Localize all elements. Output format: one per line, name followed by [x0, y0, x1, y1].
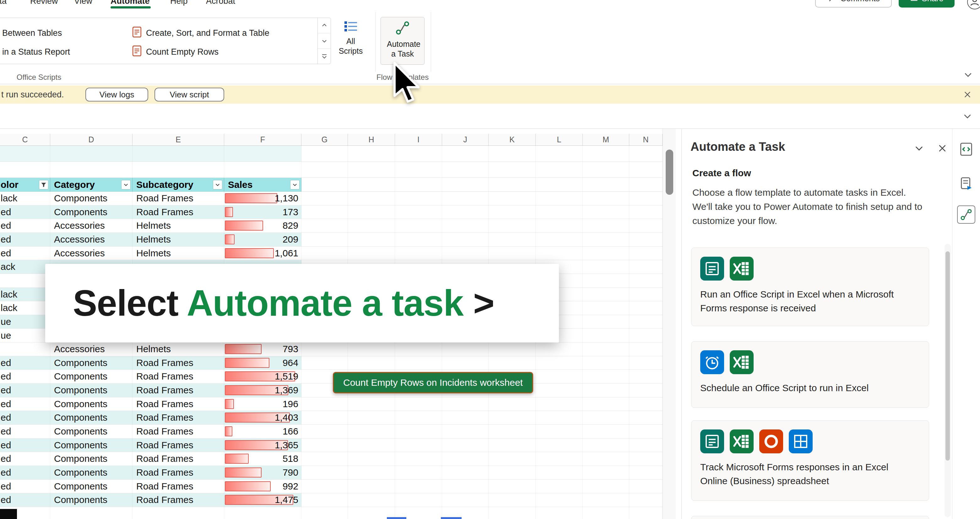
menu-tab-review[interactable]: Review: [30, 0, 58, 8]
cell-sales[interactable]: 166: [224, 425, 301, 438]
cell-subcategory[interactable]: Road Frames: [136, 370, 221, 383]
column-header-M[interactable]: M: [583, 134, 629, 145]
cell-subcategory[interactable]: Road Frames: [136, 425, 221, 438]
expand-formula-chevron-icon[interactable]: [962, 111, 973, 122]
column-header-H[interactable]: H: [348, 134, 395, 145]
cell-color[interactable]: ed: [1, 247, 48, 260]
flow-template-card-partial[interactable]: [691, 516, 929, 519]
cell-subcategory[interactable]: Helmets: [136, 247, 221, 260]
cell-subcategory[interactable]: Road Frames: [136, 411, 221, 424]
share-button[interactable]: Share: [899, 0, 955, 8]
cell-color[interactable]: ed: [1, 480, 48, 493]
flow-template-card-schedule-script[interactable]: Schedule an Office Script to run in Exce…: [691, 341, 929, 408]
column-header-G[interactable]: G: [301, 134, 348, 145]
table-row[interactable]: edAccessoriesHelmets209: [0, 233, 301, 247]
cell-color[interactable]: ed: [1, 384, 48, 397]
view-script-button[interactable]: View script: [154, 88, 224, 102]
cell-sales[interactable]: 196: [224, 397, 301, 411]
column-header-N[interactable]: N: [629, 134, 663, 145]
table-row[interactable]: edComponentsRoad Frames173: [0, 205, 301, 219]
cell-category[interactable]: Components: [54, 205, 129, 219]
gallery-scroll-down-icon[interactable]: [318, 33, 331, 49]
column-header-F[interactable]: F: [224, 134, 301, 145]
table-row[interactable]: edComponentsRoad Frames1,365: [0, 439, 301, 452]
column-header-E[interactable]: E: [132, 134, 224, 145]
script-pane-icon[interactable]: [957, 175, 975, 193]
column-header-J[interactable]: J: [442, 134, 488, 145]
column-header-I[interactable]: I: [395, 134, 442, 145]
automate-a-task-button[interactable]: Automate a Task: [380, 17, 425, 65]
filter-dropdown-icon[interactable]: [213, 180, 222, 189]
cell-category[interactable]: Components: [54, 480, 129, 493]
cell-color[interactable]: lack: [1, 192, 48, 205]
column-header-K[interactable]: K: [488, 134, 536, 145]
table-row[interactable]: edComponentsRoad Frames196: [0, 397, 301, 411]
cell-color[interactable]: ed: [1, 493, 48, 507]
cell-sales[interactable]: 209: [224, 233, 301, 246]
gallery-item[interactable]: Create, Sort, and Format a Table: [132, 25, 269, 41]
cell-subcategory[interactable]: Road Frames: [136, 205, 221, 219]
cell-sales[interactable]: 1,519: [224, 370, 301, 383]
notification-close-icon[interactable]: [963, 89, 972, 100]
table-row[interactable]: edAccessoriesHelmets1,061: [0, 247, 301, 260]
cell-sales[interactable]: 1,061: [224, 247, 301, 260]
pane-collapse-chevron-icon[interactable]: [913, 142, 925, 154]
account-avatar[interactable]: [967, 0, 980, 10]
cell-color[interactable]: [1, 342, 48, 356]
cell-sales[interactable]: 793: [224, 342, 301, 356]
cell-category[interactable]: Accessories: [54, 233, 129, 246]
cell-color[interactable]: ed: [1, 397, 48, 411]
filter-dropdown-icon[interactable]: [290, 180, 299, 189]
gallery-item[interactable]: Between Tables: [2, 25, 62, 41]
table-row[interactable]: edComponentsRoad Frames1,369: [0, 384, 301, 397]
cell-color[interactable]: ed: [1, 205, 48, 219]
filter-funnel-icon[interactable]: [39, 180, 48, 189]
flow-template-card-forms-script[interactable]: Run an Office Script in Excel when a Mic…: [691, 248, 929, 326]
code-editor-pane-icon[interactable]: [957, 140, 975, 158]
cell-subcategory[interactable]: Road Frames: [136, 493, 221, 507]
automate-pane-icon[interactable]: [957, 205, 975, 224]
cell-category[interactable]: Components: [54, 493, 129, 507]
filter-dropdown-icon[interactable]: [121, 180, 130, 189]
all-scripts-button[interactable]: All Scripts: [334, 18, 368, 65]
table-row[interactable]: lackComponentsRoad Frames1,130: [0, 192, 301, 205]
flow-template-card-track-forms[interactable]: Track Microsoft Forms responses in an Ex…: [691, 420, 929, 501]
cell-subcategory[interactable]: Road Frames: [136, 356, 221, 370]
scrollbar-thumb[interactable]: [666, 150, 673, 195]
table-row[interactable]: edComponentsRoad Frames790: [0, 466, 301, 480]
table-row[interactable]: edComponentsRoad Frames166: [0, 425, 301, 439]
gallery-expand-icon[interactable]: [318, 49, 331, 64]
cell-color[interactable]: lack: [1, 288, 48, 301]
gallery-item[interactable]: in a Status Report: [2, 44, 70, 59]
cell-color[interactable]: ue: [1, 315, 48, 329]
table-row[interactable]: edComponentsRoad Frames1,403: [0, 411, 301, 425]
cell-sales[interactable]: 1,475: [224, 493, 301, 507]
column-header-D[interactable]: D: [50, 134, 132, 145]
cell-sales[interactable]: 992: [224, 480, 301, 493]
cell-sales[interactable]: 829: [224, 219, 301, 232]
table-header-color[interactable]: olor: [0, 178, 50, 192]
cell-subcategory[interactable]: Road Frames: [136, 192, 221, 205]
cell-color[interactable]: [1, 274, 48, 287]
cell-color[interactable]: ed: [1, 356, 48, 370]
cell-category[interactable]: Components: [54, 411, 129, 424]
cell-subcategory[interactable]: Road Frames: [136, 480, 221, 493]
cell-category[interactable]: Components: [54, 192, 129, 205]
cell-category[interactable]: Components: [54, 370, 129, 383]
table-row[interactable]: edComponentsRoad Frames964: [0, 356, 301, 370]
table-row[interactable]: AccessoriesHelmets793: [0, 342, 301, 356]
collapse-ribbon-chevron-icon[interactable]: [962, 69, 974, 80]
cell-color[interactable]: ed: [1, 439, 48, 452]
pane-close-icon[interactable]: [936, 142, 948, 154]
pane-scrollbar[interactable]: [945, 244, 951, 517]
gallery-scroll-up-icon[interactable]: [318, 18, 331, 33]
cell-category[interactable]: Components: [54, 466, 129, 479]
menu-tab-acrobat[interactable]: Acrobat: [206, 0, 235, 8]
cell-color[interactable]: ed: [1, 219, 48, 232]
cell-sales[interactable]: 790: [224, 466, 301, 479]
column-header-C[interactable]: C: [0, 134, 50, 145]
table-row[interactable]: edComponentsRoad Frames518: [0, 452, 301, 466]
table-header-subcategory[interactable]: Subcategory: [132, 178, 224, 192]
comments-button[interactable]: Comments: [815, 0, 892, 8]
cell-sales[interactable]: 518: [224, 452, 301, 466]
